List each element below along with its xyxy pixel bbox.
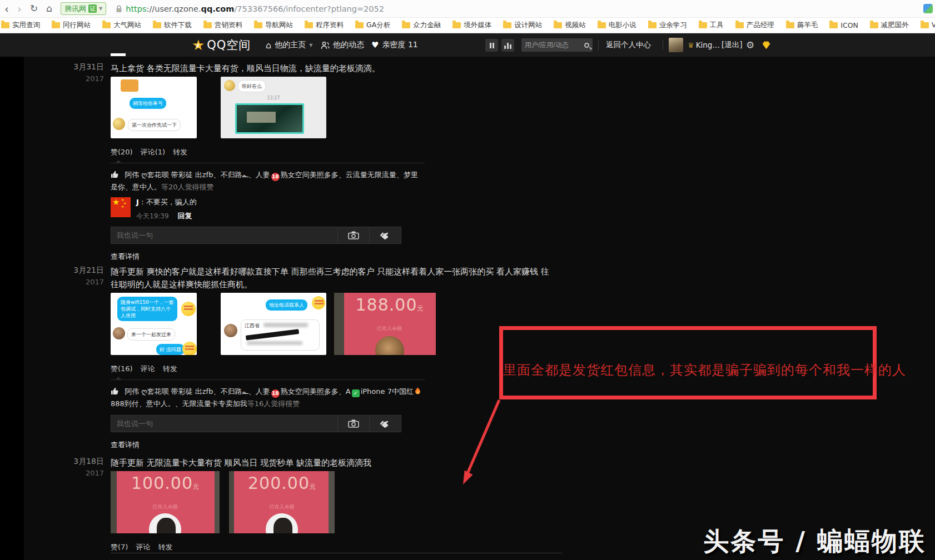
- bookmarks-bar: 实用查询 同行网站 大气网站 软件下载 营销资料 导航网站 程序资料 GA分析 …: [0, 18, 935, 33]
- qzone-logo[interactable]: ★z QQ空间: [192, 33, 251, 57]
- red-packet-image[interactable]: 200.00元 已存入余额: [229, 471, 335, 533]
- liker-names[interactable]: iPhone 7中国红: [361, 387, 414, 396]
- like-button[interactable]: 赞(7): [111, 542, 128, 552]
- bookmark-label: GA分析: [366, 21, 390, 30]
- bookmark-item[interactable]: 减肥国外: [870, 21, 909, 30]
- bookmark-label: 设计网站: [514, 21, 542, 30]
- folder-icon: [452, 22, 461, 28]
- pause-icon: [490, 43, 491, 48]
- address-bar[interactable]: https://user.qzone.qq.com/753367566/info…: [116, 4, 384, 13]
- bookmark-item[interactable]: 众力金融: [402, 21, 441, 30]
- package-photo: [235, 103, 304, 134]
- bookmark-item[interactable]: 实用查询: [1, 21, 40, 30]
- site-verification-badge[interactable]: 腾讯网 证 ▼: [61, 2, 106, 15]
- chat-screenshot-image[interactable]: 地址电话联系人 江西省: [221, 293, 326, 355]
- chat-screenshot-image[interactable]: 随身wifi150一个，一套包调试，同时支持八个人使用 来一个一起发过来 好 没…: [111, 293, 197, 355]
- red-packet-image[interactable]: 100.00元 已存入余额: [111, 471, 220, 533]
- share-button[interactable]: 转发: [173, 147, 187, 157]
- camera-icon: [348, 231, 359, 239]
- photo-edge: [215, 471, 220, 533]
- search-icon[interactable]: [584, 43, 589, 48]
- nav-his-feed[interactable]: 他的动态: [321, 33, 364, 57]
- navbar-search[interactable]: [521, 38, 593, 52]
- search-input[interactable]: [525, 41, 584, 49]
- nav-intimacy[interactable]: ♥ 亲密度 11: [371, 33, 418, 57]
- view-detail-link[interactable]: 查看详情: [111, 440, 140, 450]
- bookmark-item[interactable]: 程序资料: [305, 21, 344, 30]
- bookmark-item[interactable]: 工具: [699, 21, 724, 30]
- reply-input-box[interactable]: 我也说一句: [111, 415, 401, 432]
- bookmark-item[interactable]: 导航网站: [254, 21, 293, 30]
- bookmark-item[interactable]: 营销资料: [203, 21, 242, 30]
- bookmark-label: 产品经理: [747, 21, 774, 30]
- bookmark-item[interactable]: 设计网站: [503, 21, 542, 30]
- bookmark-item[interactable]: 境外媒体: [452, 21, 491, 30]
- bookmark-item[interactable]: 电影小说: [598, 21, 636, 30]
- bookmark-item[interactable]: ICON: [829, 21, 858, 29]
- comment-button[interactable]: 评论: [141, 364, 155, 374]
- home-icon[interactable]: ⌂: [46, 4, 52, 13]
- flag-avatar[interactable]: ★ ★ ★ ★: [111, 197, 131, 217]
- tab-indicator: [111, 53, 126, 56]
- back-to-personal-center-link[interactable]: 返回个人中心: [606, 33, 651, 57]
- folder-icon: [203, 22, 212, 28]
- feed-content: 3月31日 2017 马上拿货 各类无限流量卡大量有货，顺风当日物流，缺流量的老…: [0, 57, 935, 560]
- bookmark-item[interactable]: 业余学习: [648, 21, 687, 30]
- liker-names[interactable]: 888到付、意中人。、无限流量卡专卖加我: [111, 399, 247, 408]
- yellow-diamond-icon[interactable]: [762, 33, 771, 57]
- liker-names[interactable]: 熟女空间美照多多、A: [281, 387, 351, 396]
- comment-button[interactable]: 评论: [136, 542, 150, 552]
- attach-photo-button[interactable]: [337, 227, 369, 243]
- red-packet-image[interactable]: 188.00元 已存入余额: [334, 293, 436, 355]
- user-menu[interactable]: ♛ King… [退出]: [688, 33, 742, 57]
- liker-names[interactable]: 阿伟 ღ套花呗 带彩徒 出zfb、不归路ـﻤ、人妻: [125, 387, 270, 396]
- avatar[interactable]: [669, 38, 683, 52]
- post-actions: 赞(7) 评论 转发: [111, 542, 572, 552]
- dig-button[interactable]: [369, 227, 401, 243]
- bookmark-item[interactable]: 视频站: [554, 21, 586, 30]
- refresh-icon[interactable]: ↻: [30, 4, 38, 13]
- bookmark-item[interactable]: VR货源: [921, 21, 935, 30]
- buyer-avatar-photo: [266, 513, 298, 533]
- qzone-logo-text: QQ空间: [207, 37, 251, 53]
- bookmark-item[interactable]: 大气网站: [102, 21, 141, 30]
- divider: [598, 40, 599, 50]
- liker-names[interactable]: 阿伟 ღ套花呗 带彩徒 出zfb、不归路ـﻤ、人妻: [125, 171, 270, 179]
- share-button[interactable]: 转发: [158, 542, 172, 552]
- bookmark-item[interactable]: 产品经理: [735, 21, 774, 30]
- extension-icon[interactable]: [923, 4, 933, 13]
- attach-photo-button[interactable]: [337, 416, 369, 432]
- avatar: [113, 327, 125, 339]
- reply-input-box[interactable]: 我也说一句: [111, 227, 401, 244]
- dig-button[interactable]: [369, 416, 401, 432]
- forward-icon[interactable]: ›: [17, 3, 22, 14]
- like-button[interactable]: 赞(20): [111, 147, 133, 157]
- reply-link[interactable]: 回复: [177, 212, 192, 220]
- bookmark-item[interactable]: 同行网站: [52, 21, 91, 30]
- bookmark-item[interactable]: 薅羊毛: [786, 21, 818, 30]
- bookmark-item[interactable]: 软件下载: [153, 21, 192, 30]
- music-pause-button[interactable]: [485, 39, 498, 52]
- folder-icon: [786, 22, 794, 28]
- back-icon[interactable]: ‹: [4, 3, 9, 14]
- visitors-chart-button[interactable]: [501, 39, 514, 52]
- chat-screenshot-image[interactable]: 稍等给你单号 第一次合作先试一下: [111, 77, 197, 138]
- logout-link[interactable]: [退出]: [722, 40, 743, 50]
- like-button[interactable]: 赞(16): [111, 364, 133, 374]
- bookmark-label: VR货源: [932, 21, 935, 30]
- folder-icon: [870, 22, 878, 28]
- share-button[interactable]: 转发: [163, 364, 177, 374]
- sticker-icon: [182, 342, 197, 355]
- chat-screenshot-image[interactable]: 你好在么 13:27: [221, 77, 326, 138]
- gear-icon[interactable]: ⚙: [746, 33, 754, 57]
- comment-button[interactable]: 评论(1): [141, 147, 165, 157]
- thumb-up-icon: [111, 387, 119, 395]
- heart-icon: ♥: [371, 40, 379, 50]
- bookmark-item[interactable]: GA分析: [355, 21, 390, 30]
- view-detail-link[interactable]: 查看详情: [111, 252, 140, 262]
- folder-icon: [153, 22, 161, 28]
- nav-his-homepage[interactable]: ⌂ 他的主页 ▼: [266, 33, 312, 57]
- post-text: 马上拿货 各类无限流量卡大量有货，顺风当日物流，缺流量的老板滴滴。: [111, 62, 553, 75]
- bookmark-label: 电影小说: [609, 21, 636, 30]
- folder-icon: [1, 22, 9, 28]
